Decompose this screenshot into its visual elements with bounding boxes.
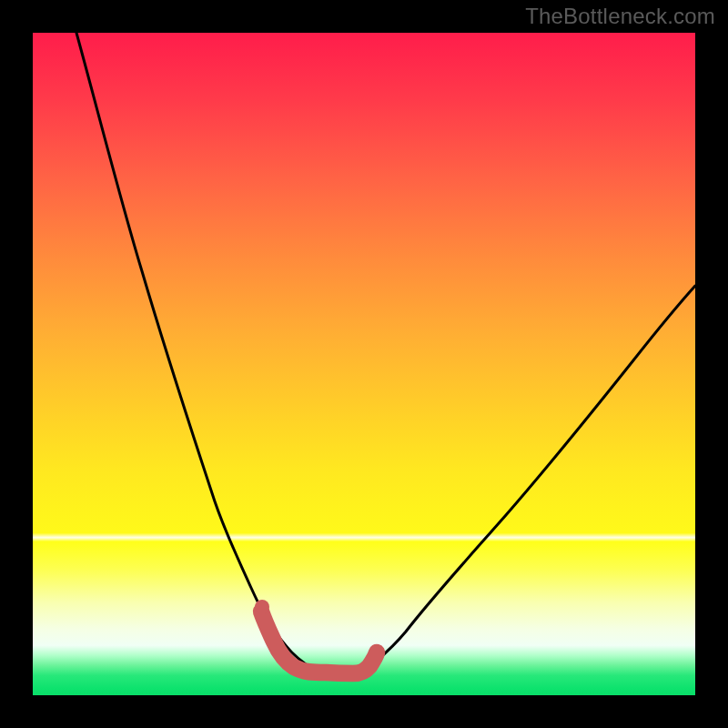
watermark-text: TheBottleneck.com [525,4,715,29]
chart-curve [76,33,695,671]
trough-marker-dot [255,600,269,614]
trough-marker [261,612,377,673]
chart-svg [33,33,695,695]
plot-area [33,33,695,695]
